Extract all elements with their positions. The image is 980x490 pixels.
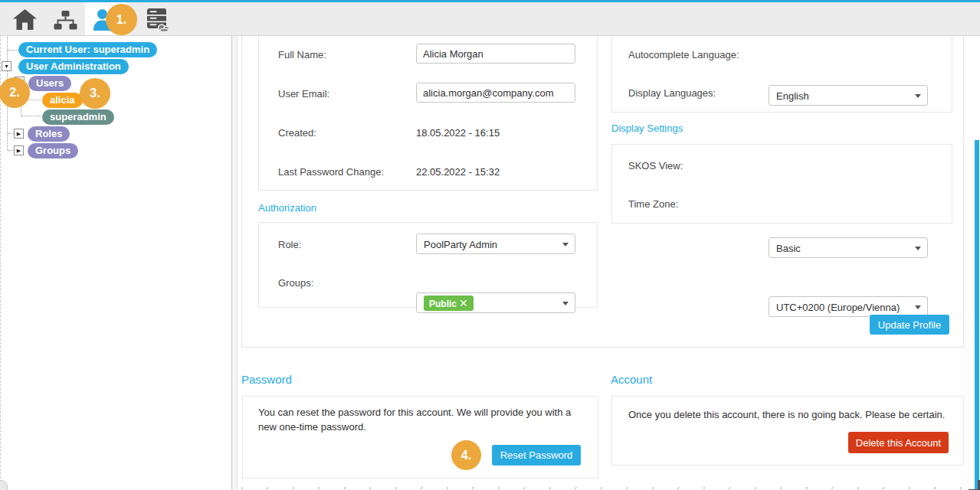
autocomplete-language-value: English [776,90,809,102]
annotation-step-4-label: 4. [461,449,471,462]
annotation-step-3-label: 3. [90,87,100,100]
horizontal-scroll-track[interactable] [241,487,969,489]
role-select[interactable]: PoolParty Admin [416,234,575,254]
created-value: 18.05.2022 - 16:15 [416,127,500,139]
password-description: You can reset the password for this acco… [258,405,586,434]
reset-password-button[interactable]: Reset Password [492,445,581,466]
autocomplete-language-label: Autocomplete Language: [628,49,739,60]
account-description: Once you delete this account, there is n… [628,407,958,422]
tree-line [8,150,14,151]
password-heading: Password [241,373,292,386]
tree-item-roles[interactable]: Roles [28,126,70,142]
annotation-step-2-label: 2. [9,86,19,100]
sidebar-divider[interactable] [231,35,238,490]
groups-select[interactable]: Public✕ [416,292,575,313]
tree-item-users[interactable]: Users [28,76,71,91]
time-zone-select[interactable]: UTC+0200 (Europe/Vienna) [769,296,928,317]
skos-view-value: Basic [776,243,801,254]
annotation-step-3: 3. [80,78,110,109]
autocomplete-language-select[interactable]: English [769,85,928,106]
expand-toggle-groups[interactable]: ▶ [14,145,24,155]
tree-item-superadmin[interactable]: superadmin [42,109,114,125]
time-zone-label: Time Zone: [628,198,678,210]
user-email-label: User Email: [278,88,329,100]
full-name-input[interactable] [416,44,575,64]
sitemap-icon [54,21,77,33]
group-tag-label: Public [429,299,457,309]
expand-toggle-roles[interactable]: ▶ [14,129,24,139]
display-settings-heading: Display Settings [611,122,683,134]
delete-account-button[interactable]: Delete this Account [848,432,949,453]
tree-item-groups[interactable]: Groups [28,143,78,158]
resize-grip-icon [969,480,980,490]
sitemap-button[interactable] [54,10,81,33]
authorization-heading: Authorization [258,202,316,214]
user-email-input[interactable] [416,83,575,103]
last-password-change-label: Last Password Change: [278,166,384,178]
groups-label: Groups: [278,277,313,289]
tree-line [21,116,41,116]
bottom-left-corner [0,480,8,490]
display-languages-label: Display Languages: [628,87,716,99]
window-left-edge [0,35,1,490]
annotation-step-1: 1. [106,4,137,35]
vertical-scrollbar[interactable] [975,140,979,490]
skos-view-select[interactable]: Basic [769,237,928,258]
collapse-icon: ▼ [4,64,9,69]
expand-icon: ▶ [17,131,21,136]
app-window: 1. ▼ ▼ ▶ ▶ Current User: superadmin User… [0,0,980,490]
server-icon [144,23,170,34]
remove-group-icon[interactable]: ✕ [459,297,468,309]
annotation-step-1-label: 1. [116,13,126,27]
tree-item-alicia[interactable]: alicia [42,93,83,108]
server-repository-button[interactable] [144,8,172,31]
last-password-change-value: 22.05.2022 - 15:32 [416,166,500,178]
time-zone-value: UTC+0200 (Europe/Vienna) [776,302,900,313]
role-label: Role: [278,239,301,250]
display-settings-panel [611,144,952,224]
collapse-toggle-user-administration[interactable]: ▼ [2,61,11,71]
account-panel [611,396,964,466]
annotation-step-2: 2. [0,77,30,108]
skos-view-label: SKOS View: [628,160,683,172]
tree-item-user-administration[interactable]: User Administration [18,59,129,74]
home-icon [12,21,38,33]
tree-line [8,133,14,134]
update-profile-button[interactable]: Update Profile [870,315,949,335]
group-tag-public: Public✕ [424,296,474,311]
full-name-label: Full Name: [278,49,326,60]
role-select-value: PoolParty Admin [424,239,497,250]
accent-topline [0,0,980,2]
annotation-step-4: 4. [451,440,481,470]
account-heading: Account [611,373,652,386]
tree-item-current-user[interactable]: Current User: superadmin [18,42,157,57]
created-label: Created: [278,127,316,139]
tree-line [8,50,18,51]
expand-icon: ▶ [17,148,21,153]
home-button[interactable] [12,8,40,31]
main-toolbar [0,2,980,36]
